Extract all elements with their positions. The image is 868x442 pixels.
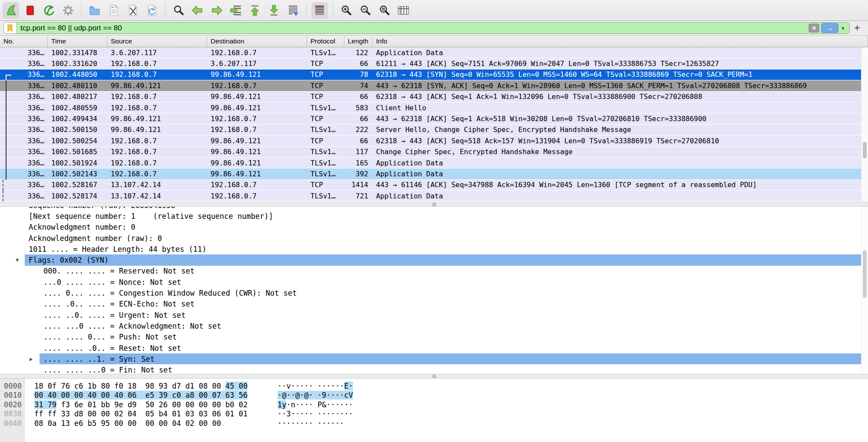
go-to-packet-button[interactable]: [228, 2, 244, 19]
filter-bookmark-button[interactable]: [4, 23, 17, 33]
packet-row[interactable]: 336… 1002.480217 192.168.0.7 99.86.49.12…: [0, 92, 868, 102]
reload-file-button[interactable]: [144, 2, 160, 19]
capture-stop-button[interactable]: [22, 2, 38, 19]
filter-add-button[interactable]: +: [850, 22, 865, 34]
go-last-packet-button[interactable]: [266, 2, 282, 19]
packet-row[interactable]: 336… 1002.480559 192.168.0.7 99.86.49.12…: [0, 102, 868, 113]
detail-line[interactable]: .... 0... .... = Congestion Window Reduc…: [0, 287, 868, 298]
byte-row[interactable]: 0000 18 0f 76 c6 1b 80 f0 18 98 93 d7 d1…: [0, 381, 868, 391]
packet-row[interactable]: 336… 1002.528174 13.107.42.14 192.168.0.…: [0, 191, 868, 201]
filter-dropdown-arrow[interactable]: ▼: [841, 26, 845, 31]
zoom-in-button[interactable]: [338, 2, 354, 19]
cell-destination: 99.86.49.121: [207, 159, 307, 167]
detail-line[interactable]: 000. .... .... = Reserved: Not set: [0, 266, 868, 277]
go-back-button[interactable]: [189, 2, 206, 19]
packet-row[interactable]: 336… 1002.448050 192.168.0.7 99.86.49.12…: [0, 69, 868, 80]
packet-row[interactable]: 336… 1002.331478 3.6.207.117 192.168.0.7…: [0, 47, 868, 58]
cell-length: 66: [344, 92, 373, 101]
byte-row[interactable]: 0030 ff ff 33 d8 00 00 02 04 05 b4 01 03…: [0, 409, 868, 419]
detail-line[interactable]: .... .... 0... = Push: Not set: [0, 332, 868, 343]
cell-info: Client Hello: [373, 104, 861, 112]
packet-row[interactable]: 336… 1002.528167 13.107.42.14 192.168.0.…: [0, 180, 868, 191]
column-header[interactable]: Source: [107, 36, 207, 47]
open-file-button[interactable]: [86, 2, 103, 19]
cell-info: 62318 → 443 [ACK] Seq=518 Ack=157 Win=13…: [373, 137, 861, 145]
gear-icon: [62, 4, 75, 17]
display-filter-input[interactable]: tcp.port == 80 || udp.port == 80 ✕ → ▼: [3, 22, 850, 34]
filter-expression-text[interactable]: tcp.port == 80 || udp.port == 80: [17, 24, 809, 33]
packet-row[interactable]: 336… 1002.502143 192.168.0.7 99.86.49.12…: [0, 168, 868, 179]
find-packet-button[interactable]: [170, 2, 187, 19]
column-header[interactable]: Info: [373, 36, 868, 47]
zoom-out-icon: [359, 4, 372, 17]
detail-line[interactable]: .... .0.. .... = ECN-Echo: Not set: [0, 299, 868, 310]
byte-offset: 0000: [0, 382, 25, 390]
splitter-grip-icon: [432, 374, 436, 378]
detail-line[interactable]: .... .... ...0 = Fin: Not set: [0, 364, 868, 374]
packet-row[interactable]: 336… 1002.499434 99.86.49.121 192.168.0.…: [0, 113, 868, 124]
packet-rows: 336… 1002.331478 3.6.207.117 192.168.0.7…: [0, 47, 868, 201]
close-file-button[interactable]: [125, 2, 141, 19]
packet-row[interactable]: 336… 1002.500150 99.86.49.121 192.168.0.…: [0, 125, 868, 135]
packet-row[interactable]: 336… 1002.480110 99.86.49.121 192.168.0.…: [0, 80, 868, 91]
details-bytes-splitter[interactable]: [0, 374, 868, 379]
column-header[interactable]: Length: [344, 36, 373, 47]
capture-restart-button[interactable]: [41, 2, 57, 19]
save-file-button[interactable]: [106, 2, 122, 19]
byte-row[interactable]: 0010 00 40 00 00 40 00 40 06 e5 39 c0 a8…: [0, 391, 868, 400]
scrollbar-thumb[interactable]: [863, 142, 867, 158]
scrollbar-thumb[interactable]: [863, 250, 867, 298]
packet-row[interactable]: 336… 1002.501685 192.168.0.7 99.86.49.12…: [0, 147, 868, 158]
zoom-reset-button[interactable]: [376, 2, 393, 19]
cell-length: 66: [344, 59, 373, 68]
byte-offset: 0010: [0, 391, 25, 399]
byte-row[interactable]: 0040 08 0a 13 e6 b5 95 00 00 00 00 04 02…: [0, 419, 868, 428]
resize-columns-button[interactable]: [395, 2, 412, 19]
detail-line[interactable]: ▼ Flags: 0x002 (SYN): [0, 254, 868, 265]
go-forward-button[interactable]: [208, 2, 225, 19]
packet-list-header: No.TimeSourceDestinationProtocolLengthIn…: [0, 36, 868, 47]
column-header[interactable]: Time: [48, 36, 107, 47]
zoom-out-button[interactable]: [357, 2, 373, 19]
cell-destination: 192.168.0.7: [207, 82, 307, 90]
cell-info: Server Hello, Change Cipher Spec, Encryp…: [373, 125, 861, 134]
auto-scroll-button[interactable]: [285, 2, 301, 19]
capture-options-button[interactable]: [60, 2, 76, 19]
detail-line[interactable]: .... .... .0.. = Reset: Not set: [0, 343, 868, 353]
packet-row[interactable]: 336… 1002.331620 192.168.0.7 3.6.207.117…: [0, 58, 868, 69]
capture-start-button[interactable]: [3, 2, 19, 19]
detail-line[interactable]: Sequence number (raw): 2665041958: [0, 207, 868, 211]
byte-offset: 0030: [0, 409, 25, 418]
column-header[interactable]: No.: [0, 36, 48, 47]
detail-text: 1011 .... = Header Length: 44 bytes (11): [25, 244, 868, 254]
detail-line[interactable]: Acknowledgment number (raw): 0: [0, 233, 868, 244]
detail-line[interactable]: .... ..0. .... = Urgent: Not set: [0, 310, 868, 320]
twistie-icon[interactable]: ▼: [16, 257, 19, 263]
go-to-packet-icon: [229, 4, 242, 17]
filter-clear-button[interactable]: ✕: [809, 23, 819, 33]
detail-line[interactable]: Acknowledgment number: 0: [0, 222, 868, 233]
detail-line[interactable]: ▶ .... .... ..1. = Syn: Set: [0, 353, 868, 364]
column-header[interactable]: Destination: [207, 36, 307, 47]
cell-info: 62318 → 443 [ACK] Seq=1 Ack=1 Win=132096…: [373, 92, 861, 101]
column-header[interactable]: Protocol: [307, 36, 344, 47]
colorize-packets-button[interactable]: [311, 2, 328, 19]
details-scrollbar[interactable]: [861, 207, 868, 374]
byte-row[interactable]: 0020 31 79 f3 6e 01 bb 9e d9 50 26 00 00…: [0, 400, 868, 409]
cell-length: 1414: [344, 181, 373, 189]
go-first-packet-button[interactable]: [247, 2, 263, 19]
detail-text: .... .... 0... = Push: Not set: [40, 332, 868, 343]
twistie-icon[interactable]: ▶: [30, 356, 33, 362]
packet-list-scrollbar[interactable]: [861, 47, 868, 202]
packet-row[interactable]: 336… 1002.500254 192.168.0.7 99.86.49.12…: [0, 135, 868, 146]
filter-apply-button[interactable]: →: [821, 23, 838, 33]
list-details-splitter[interactable]: [0, 202, 868, 207]
detail-line[interactable]: 1011 .... = Header Length: 44 bytes (11): [0, 244, 868, 254]
detail-line[interactable]: [Next sequence number: 1 (relative seque…: [0, 211, 868, 221]
cell-no: 336…: [0, 92, 48, 101]
cell-protocol: TLSv1…: [307, 192, 344, 200]
packet-row[interactable]: 336… 1002.501924 192.168.0.7 99.86.49.12…: [0, 158, 868, 168]
cell-no: 336…: [0, 192, 48, 200]
detail-line[interactable]: ...0 .... .... = Nonce: Not set: [0, 277, 868, 287]
detail-line[interactable]: .... ...0 .... = Acknowledgment: Not set: [0, 320, 868, 331]
